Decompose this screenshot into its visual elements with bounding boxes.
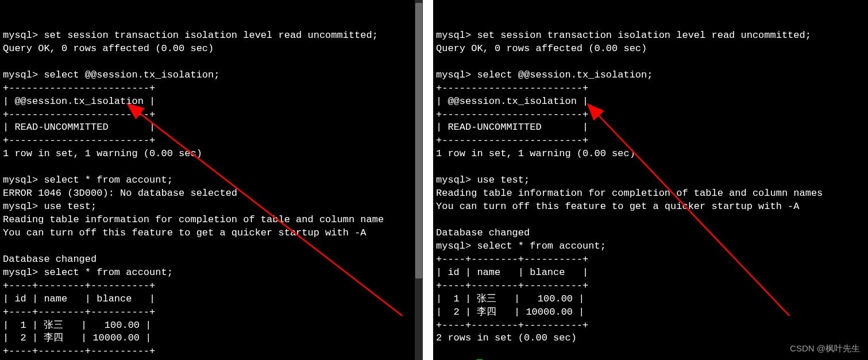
watermark-text: CSDN @枫叶先生 xyxy=(790,343,860,354)
left-terminal[interactable]: mysql> set session transaction isolation… xyxy=(0,0,423,360)
terminal-output-left: mysql> set session transaction isolation… xyxy=(3,29,420,360)
pane-divider xyxy=(423,0,433,360)
scrollbar-left[interactable] xyxy=(415,0,423,360)
terminal-output-right: mysql> set session transaction isolation… xyxy=(436,29,865,360)
scrollbar-thumb-left[interactable] xyxy=(415,3,422,278)
right-terminal[interactable]: mysql> set session transaction isolation… xyxy=(433,0,868,360)
